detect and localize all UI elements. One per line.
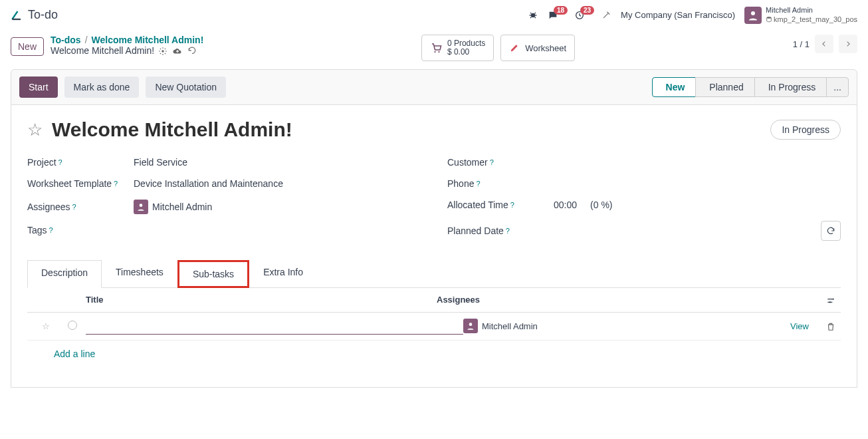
mark-done-button[interactable]: Mark as done: [64, 76, 140, 98]
refresh-icon[interactable]: [821, 221, 841, 241]
svg-point-2: [751, 11, 755, 15]
allocated-time-pct: (0 %): [590, 200, 612, 210]
tags-label: Tags: [27, 225, 47, 235]
priority-star[interactable]: ☆: [27, 120, 43, 140]
table-row: ☆ Mitchell Admin View: [27, 313, 841, 341]
allocated-time-label: Allocated Time: [447, 200, 508, 210]
stage-in-progress[interactable]: In Progress: [754, 77, 827, 97]
app-logo-icon: [11, 9, 23, 21]
subtask-title-input[interactable]: [87, 321, 462, 331]
worksheet-template-value[interactable]: Device Installation and Maintenance: [134, 178, 283, 189]
pencil-icon: [509, 43, 520, 53]
pager-prev[interactable]: [815, 35, 833, 53]
tab-subtasks[interactable]: Sub-tasks: [177, 260, 249, 288]
project-label: Project: [27, 157, 56, 168]
status-pill[interactable]: In Progress: [770, 120, 841, 140]
assignee-name: Mitchell Admin: [152, 202, 212, 212]
tab-extra-info[interactable]: Extra Info: [249, 259, 317, 287]
database-icon: [766, 16, 772, 23]
svg-point-8: [832, 298, 833, 299]
allocated-time-value[interactable]: 00:00: [554, 200, 577, 210]
messages-badge: 18: [554, 6, 568, 15]
th-title: Title: [86, 295, 437, 305]
breadcrumb-subtitle: Welcome Mitchell Admin!: [51, 45, 154, 56]
products-button[interactable]: 0 Products $ 0.00: [421, 35, 494, 61]
assignee-avatar: [134, 200, 148, 214]
new-button[interactable]: New: [11, 37, 44, 56]
assignees-value[interactable]: Mitchell Admin: [134, 200, 212, 214]
user-menu[interactable]: Mitchell Admin kmp_2_test_may_30_pos: [744, 6, 857, 23]
help-icon[interactable]: ?: [490, 158, 494, 166]
svg-point-7: [140, 204, 143, 208]
db-name: kmp_2_test_may_30_pos: [774, 15, 857, 24]
svg-point-4: [162, 50, 164, 53]
breadcrumb-sep: /: [85, 35, 88, 45]
help-icon[interactable]: ?: [72, 203, 76, 211]
statusbar: Start Mark as done New Quotation New Pla…: [11, 69, 857, 105]
topbar: To-do 18 23 My Company (San Francisco) M…: [0, 0, 868, 31]
column-options-icon[interactable]: [809, 295, 835, 305]
svg-point-0: [531, 13, 536, 17]
tabs: Description Timesheets Sub-tasks Extra I…: [27, 259, 841, 288]
svg-point-10: [469, 323, 473, 327]
debug-icon[interactable]: [528, 10, 538, 21]
row-assignee-name: Mitchell Admin: [482, 321, 538, 331]
activities-icon[interactable]: 23: [574, 10, 585, 21]
delete-row-icon[interactable]: [809, 321, 835, 332]
cart-icon: [430, 42, 442, 54]
add-line-link[interactable]: Add a line: [27, 341, 841, 367]
page-title[interactable]: Welcome Mitchell Admin!: [52, 118, 761, 141]
phone-label: Phone: [447, 178, 474, 189]
help-icon[interactable]: ?: [114, 180, 118, 188]
svg-point-5: [434, 51, 435, 53]
undo-icon[interactable]: [187, 45, 197, 56]
form-sheet: ☆ Welcome Mitchell Admin! In Progress Pr…: [11, 105, 857, 388]
assignee-avatar: [463, 319, 478, 333]
worksheet-button[interactable]: Worksheet: [500, 35, 575, 61]
svg-point-6: [438, 51, 439, 53]
stage-planned[interactable]: Planned: [695, 77, 754, 97]
row-star[interactable]: ☆: [33, 321, 59, 331]
row-status-circle[interactable]: [59, 321, 86, 332]
help-icon[interactable]: ?: [49, 226, 53, 234]
products-price: $ 0.00: [447, 48, 485, 57]
pager-text: 1 / 1: [793, 39, 810, 49]
stage-new[interactable]: New: [652, 77, 697, 97]
th-assignees: Assignees: [437, 295, 809, 305]
start-button[interactable]: Start: [19, 76, 58, 98]
company-selector[interactable]: My Company (San Francisco): [621, 10, 735, 20]
tab-timesheets[interactable]: Timesheets: [102, 259, 177, 287]
svg-point-3: [767, 17, 772, 19]
breadcrumb-root[interactable]: To-dos: [51, 35, 81, 45]
assignees-label: Assignees: [27, 202, 70, 212]
avatar: [744, 7, 762, 24]
row-assignee[interactable]: Mitchell Admin: [463, 319, 756, 333]
help-icon[interactable]: ?: [476, 180, 480, 188]
worksheet-label: Worksheet: [525, 43, 566, 53]
pager-next[interactable]: [839, 35, 857, 53]
app-title[interactable]: To-do: [28, 8, 58, 22]
planned-date-label: Planned Date: [447, 225, 504, 236]
svg-point-9: [829, 301, 831, 303]
cloud-upload-icon[interactable]: [173, 45, 182, 56]
stage-more[interactable]: ...: [826, 77, 849, 97]
subtasks-table: Title Assignees ☆ Mitchell Admin View Ad…: [27, 288, 841, 367]
worksheet-template-label: Worksheet Template: [27, 178, 112, 189]
tab-description[interactable]: Description: [27, 260, 102, 288]
tools-icon[interactable]: [601, 10, 611, 21]
gear-icon[interactable]: [158, 45, 167, 56]
messages-icon[interactable]: 18: [548, 10, 558, 21]
new-quotation-button[interactable]: New Quotation: [146, 76, 226, 98]
breadcrumb-current[interactable]: Welcome Mitchell Admin!: [92, 35, 204, 45]
user-name: Mitchell Admin: [766, 6, 857, 15]
control-panel: New To-dos / Welcome Mitchell Admin! Wel…: [0, 31, 868, 69]
activities-badge: 23: [580, 6, 594, 15]
help-icon[interactable]: ?: [58, 158, 62, 166]
help-icon[interactable]: ?: [510, 201, 514, 209]
view-link[interactable]: View: [790, 321, 809, 331]
project-value[interactable]: Field Service: [134, 157, 187, 168]
customer-label: Customer: [447, 157, 488, 168]
help-icon[interactable]: ?: [506, 227, 510, 235]
